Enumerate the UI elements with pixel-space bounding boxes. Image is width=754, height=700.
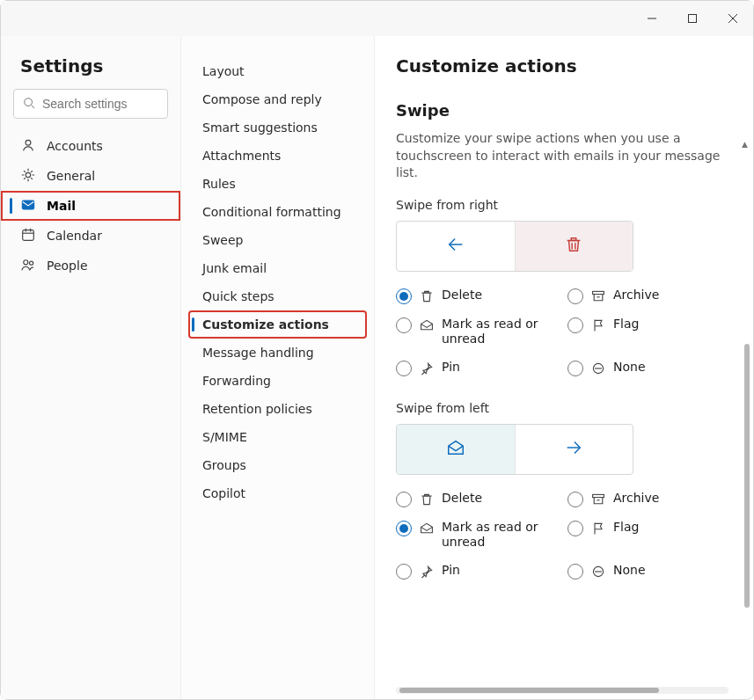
svg-point-14: [30, 261, 33, 265]
radio[interactable]: [396, 288, 412, 304]
search-input-wrap[interactable]: [13, 89, 168, 119]
subnav-message-handling[interactable]: Message handling: [188, 339, 367, 367]
none-icon: [590, 564, 606, 580]
minimize-button[interactable]: [632, 1, 672, 36]
subnav-customize-actions[interactable]: Customize actions: [188, 310, 367, 339]
close-button[interactable]: [713, 1, 753, 36]
sidebar-item-general[interactable]: General: [1, 161, 180, 191]
swipe-right-tile-action: [515, 222, 633, 271]
radio[interactable]: [567, 492, 583, 507]
arrow-right-icon: [564, 438, 583, 460]
opt-left-delete[interactable]: Delete: [396, 491, 559, 507]
horizontal-scrollbar[interactable]: [396, 687, 728, 694]
radio[interactable]: [567, 361, 583, 376]
delete-icon: [564, 235, 583, 257]
subnav-smime[interactable]: S/MIME: [188, 423, 367, 451]
mail-open-icon: [419, 317, 435, 333]
swipe-right-label: Swipe from right: [396, 198, 736, 212]
subnav-conditional[interactable]: Conditional formatting: [188, 198, 367, 226]
subnav-copilot[interactable]: Copilot: [188, 479, 367, 507]
subnav-retention[interactable]: Retention policies: [188, 395, 367, 423]
flag-icon: [590, 521, 606, 536]
swipe-left-options: Delete Archive Mark as read or unread Fl…: [396, 491, 730, 580]
radio[interactable]: [567, 521, 583, 536]
subnav-layout[interactable]: Layout: [188, 57, 367, 85]
radio[interactable]: [396, 521, 412, 536]
archive-icon: [590, 492, 606, 507]
opt-left-pin[interactable]: Pin: [396, 563, 559, 580]
radio[interactable]: [567, 288, 583, 304]
sidebar-item-label: General: [47, 169, 95, 183]
arrow-left-icon: [446, 235, 465, 257]
sidebar-item-label: Accounts: [47, 139, 103, 153]
swipe-left-tile-action: [397, 425, 515, 474]
people-icon: [20, 257, 36, 275]
radio[interactable]: [396, 361, 412, 376]
sidebar-item-label: Calendar: [47, 229, 102, 243]
delete-icon: [419, 492, 435, 507]
svg-rect-24: [593, 494, 604, 497]
gear-icon: [20, 167, 36, 186]
pin-icon: [419, 361, 435, 376]
subnav-junk[interactable]: Junk email: [188, 254, 367, 282]
settings-window: Settings Accounts Genera: [0, 0, 754, 700]
vertical-scrollbar[interactable]: [744, 344, 750, 608]
settings-title: Settings: [1, 52, 180, 89]
svg-point-4: [25, 98, 33, 106]
sidebar-item-accounts[interactable]: Accounts: [1, 131, 180, 161]
mail-open-icon: [446, 438, 465, 460]
opt-left-flag[interactable]: Flag: [567, 520, 730, 551]
swipe-right-options: Delete Archive Mark as read or unread Fl…: [396, 288, 730, 376]
subnav-rules[interactable]: Rules: [188, 170, 367, 198]
sidebar-item-mail[interactable]: Mail: [1, 191, 180, 221]
search-input[interactable]: [42, 97, 196, 111]
search-icon: [23, 97, 35, 112]
swipe-left-tile-in: [515, 425, 633, 474]
svg-line-5: [32, 105, 35, 108]
swipe-description: Customize your swipe actions when you us…: [396, 130, 736, 182]
radio[interactable]: [396, 317, 412, 333]
opt-right-archive[interactable]: Archive: [567, 288, 730, 304]
flag-icon: [590, 317, 606, 333]
subnav-quicksteps[interactable]: Quick steps: [188, 282, 367, 310]
sidebar-item-label: People: [47, 259, 88, 273]
radio[interactable]: [567, 564, 583, 580]
radio[interactable]: [396, 564, 412, 580]
subnav-compose[interactable]: Compose and reply: [188, 85, 367, 113]
svg-rect-1: [689, 15, 697, 23]
subnav-sweep[interactable]: Sweep: [188, 226, 367, 254]
mail-open-icon: [419, 521, 435, 536]
opt-right-mark[interactable]: Mark as read or unread: [396, 317, 559, 347]
mail-subnav: Layout Compose and reply Smart suggestio…: [181, 36, 375, 699]
opt-right-delete[interactable]: Delete: [396, 288, 559, 304]
calendar-icon: [20, 227, 36, 245]
pin-icon: [419, 564, 435, 580]
svg-rect-18: [593, 291, 604, 294]
opt-right-pin[interactable]: Pin: [396, 360, 559, 376]
main-heading: Customize actions: [396, 55, 736, 77]
delete-icon: [419, 288, 435, 304]
archive-icon: [590, 288, 606, 304]
sidebar-item-people[interactable]: People: [1, 251, 180, 281]
subnav-groups[interactable]: Groups: [188, 451, 367, 479]
subnav-smart[interactable]: Smart suggestions: [188, 113, 367, 142]
opt-left-archive[interactable]: Archive: [567, 491, 730, 507]
opt-right-flag[interactable]: Flag: [567, 317, 730, 347]
opt-left-mark[interactable]: Mark as read or unread: [396, 520, 559, 551]
radio[interactable]: [396, 492, 412, 507]
scroll-up-caret[interactable]: ▲: [742, 140, 748, 149]
subnav-attachments[interactable]: Attachments: [188, 142, 367, 170]
swipe-heading: Swipe: [396, 101, 736, 120]
swipe-left-tiles: [396, 424, 633, 475]
maximize-button[interactable]: [672, 1, 713, 36]
svg-point-7: [26, 172, 30, 177]
subnav-forwarding[interactable]: Forwarding: [188, 367, 367, 395]
titlebar: [1, 1, 753, 36]
opt-left-none[interactable]: None: [567, 563, 730, 580]
sidebar-item-label: Mail: [47, 199, 76, 213]
sidebar-item-calendar[interactable]: Calendar: [1, 221, 180, 251]
svg-rect-9: [23, 230, 34, 240]
main-panel: ▲ Customize actions Swipe Customize your…: [375, 36, 753, 699]
opt-right-none[interactable]: None: [567, 360, 730, 376]
radio[interactable]: [567, 317, 583, 333]
